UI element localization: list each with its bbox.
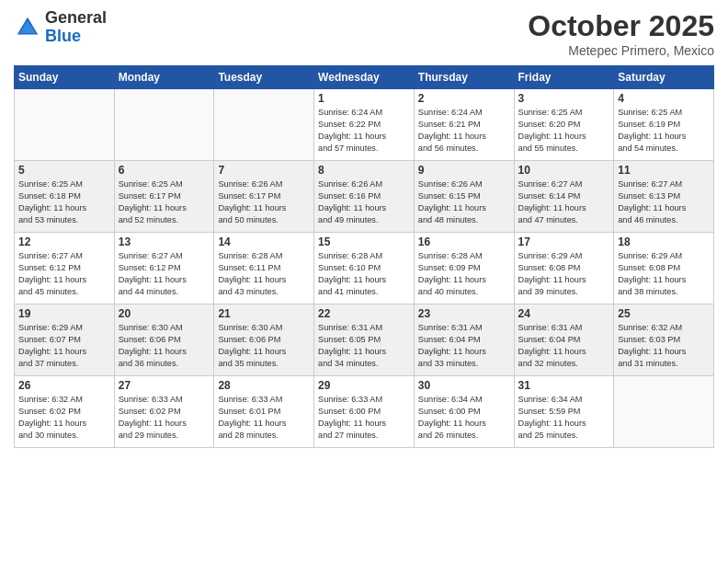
- logo: General Blue: [14, 9, 107, 46]
- day-info: Sunrise: 6:31 AM Sunset: 6:04 PM Dayligh…: [518, 322, 610, 370]
- day-number: 17: [518, 236, 610, 248]
- day-info: Sunrise: 6:31 AM Sunset: 6:04 PM Dayligh…: [418, 322, 510, 370]
- day-number: 19: [18, 307, 110, 320]
- day-number: 26: [18, 379, 110, 392]
- day-number: 2: [418, 92, 510, 105]
- table-row: 19Sunrise: 6:29 AM Sunset: 6:07 PM Dayli…: [15, 304, 115, 376]
- day-number: 1: [318, 92, 410, 105]
- table-row: 5Sunrise: 6:25 AM Sunset: 6:18 PM Daylig…: [15, 161, 115, 233]
- calendar-week-row: 19Sunrise: 6:29 AM Sunset: 6:07 PM Dayli…: [15, 304, 714, 376]
- day-info: Sunrise: 6:32 AM Sunset: 6:02 PM Dayligh…: [18, 394, 110, 442]
- day-number: 16: [418, 236, 510, 248]
- table-row: 25Sunrise: 6:32 AM Sunset: 6:03 PM Dayli…: [614, 304, 714, 376]
- table-row: 1Sunrise: 6:24 AM Sunset: 6:22 PM Daylig…: [314, 89, 415, 161]
- location: Metepec Primero, Mexico: [528, 43, 714, 58]
- day-number: 4: [618, 92, 710, 105]
- day-number: 14: [218, 236, 310, 248]
- calendar-table: Sunday Monday Tuesday Wednesday Thursday…: [14, 65, 714, 448]
- day-info: Sunrise: 6:30 AM Sunset: 6:06 PM Dayligh…: [218, 322, 310, 370]
- table-row: 4Sunrise: 6:25 AM Sunset: 6:19 PM Daylig…: [614, 89, 714, 161]
- day-info: Sunrise: 6:24 AM Sunset: 6:21 PM Dayligh…: [418, 107, 510, 155]
- table-row: 7Sunrise: 6:26 AM Sunset: 6:17 PM Daylig…: [214, 161, 314, 233]
- table-row: [214, 89, 314, 161]
- day-info: Sunrise: 6:27 AM Sunset: 6:12 PM Dayligh…: [119, 250, 210, 298]
- table-row: 8Sunrise: 6:26 AM Sunset: 6:16 PM Daylig…: [314, 161, 415, 233]
- table-row: 13Sunrise: 6:27 AM Sunset: 6:12 PM Dayli…: [114, 233, 214, 304]
- table-row: 24Sunrise: 6:31 AM Sunset: 6:04 PM Dayli…: [514, 304, 614, 376]
- day-number: 5: [18, 164, 110, 177]
- day-number: 25: [618, 307, 710, 320]
- day-info: Sunrise: 6:29 AM Sunset: 6:07 PM Dayligh…: [18, 322, 110, 370]
- col-sunday: Sunday: [15, 66, 115, 89]
- day-number: 18: [618, 236, 710, 248]
- table-row: 29Sunrise: 6:33 AM Sunset: 6:00 PM Dayli…: [314, 376, 415, 448]
- table-row: 3Sunrise: 6:25 AM Sunset: 6:20 PM Daylig…: [514, 89, 614, 161]
- table-row: 18Sunrise: 6:29 AM Sunset: 6:08 PM Dayli…: [614, 233, 714, 304]
- calendar-week-row: 26Sunrise: 6:32 AM Sunset: 6:02 PM Dayli…: [15, 376, 714, 448]
- day-number: 24: [518, 307, 610, 320]
- month-title: October 2025: [528, 9, 714, 43]
- logo-general-text: General: [45, 9, 107, 28]
- day-info: Sunrise: 6:26 AM Sunset: 6:16 PM Dayligh…: [318, 178, 410, 226]
- logo-text: General Blue: [45, 9, 107, 46]
- day-info: Sunrise: 6:33 AM Sunset: 6:01 PM Dayligh…: [218, 394, 310, 442]
- day-number: 27: [119, 379, 210, 392]
- table-row: [614, 376, 714, 448]
- day-info: Sunrise: 6:34 AM Sunset: 6:00 PM Dayligh…: [418, 394, 510, 442]
- page: General Blue October 2025 Metepec Primer…: [0, 0, 728, 563]
- calendar-week-row: 5Sunrise: 6:25 AM Sunset: 6:18 PM Daylig…: [15, 161, 714, 233]
- col-wednesday: Wednesday: [314, 66, 415, 89]
- day-number: 7: [218, 164, 310, 177]
- day-number: 20: [119, 307, 210, 320]
- table-row: 28Sunrise: 6:33 AM Sunset: 6:01 PM Dayli…: [214, 376, 314, 448]
- day-number: 6: [119, 164, 210, 177]
- calendar-week-row: 12Sunrise: 6:27 AM Sunset: 6:12 PM Dayli…: [15, 233, 714, 304]
- day-number: 10: [518, 164, 610, 177]
- day-number: 11: [618, 164, 710, 177]
- table-row: 30Sunrise: 6:34 AM Sunset: 6:00 PM Dayli…: [414, 376, 514, 448]
- table-row: 27Sunrise: 6:33 AM Sunset: 6:02 PM Dayli…: [114, 376, 214, 448]
- day-number: 29: [318, 379, 410, 392]
- day-info: Sunrise: 6:26 AM Sunset: 6:17 PM Dayligh…: [218, 178, 310, 226]
- table-row: 16Sunrise: 6:28 AM Sunset: 6:09 PM Dayli…: [414, 233, 514, 304]
- table-row: 6Sunrise: 6:25 AM Sunset: 6:17 PM Daylig…: [114, 161, 214, 233]
- day-info: Sunrise: 6:27 AM Sunset: 6:12 PM Dayligh…: [18, 250, 110, 298]
- table-row: 10Sunrise: 6:27 AM Sunset: 6:14 PM Dayli…: [514, 161, 614, 233]
- day-info: Sunrise: 6:30 AM Sunset: 6:06 PM Dayligh…: [119, 322, 210, 370]
- day-info: Sunrise: 6:27 AM Sunset: 6:14 PM Dayligh…: [518, 178, 610, 226]
- day-info: Sunrise: 6:25 AM Sunset: 6:20 PM Dayligh…: [518, 107, 610, 155]
- table-row: 17Sunrise: 6:29 AM Sunset: 6:08 PM Dayli…: [514, 233, 614, 304]
- day-number: 15: [318, 236, 410, 248]
- table-row: 11Sunrise: 6:27 AM Sunset: 6:13 PM Dayli…: [614, 161, 714, 233]
- day-info: Sunrise: 6:28 AM Sunset: 6:09 PM Dayligh…: [418, 250, 510, 298]
- logo-icon: [14, 14, 41, 41]
- day-number: 23: [418, 307, 510, 320]
- day-number: 3: [518, 92, 610, 105]
- day-info: Sunrise: 6:33 AM Sunset: 6:02 PM Dayligh…: [119, 394, 210, 442]
- day-info: Sunrise: 6:25 AM Sunset: 6:18 PM Dayligh…: [18, 178, 110, 226]
- day-info: Sunrise: 6:26 AM Sunset: 6:15 PM Dayligh…: [418, 178, 510, 226]
- table-row: 23Sunrise: 6:31 AM Sunset: 6:04 PM Dayli…: [414, 304, 514, 376]
- day-info: Sunrise: 6:29 AM Sunset: 6:08 PM Dayligh…: [518, 250, 610, 298]
- table-row: 26Sunrise: 6:32 AM Sunset: 6:02 PM Dayli…: [15, 376, 115, 448]
- col-monday: Monday: [114, 66, 214, 89]
- table-row: 22Sunrise: 6:31 AM Sunset: 6:05 PM Dayli…: [314, 304, 415, 376]
- col-tuesday: Tuesday: [214, 66, 314, 89]
- day-number: 13: [119, 236, 210, 248]
- table-row: 14Sunrise: 6:28 AM Sunset: 6:11 PM Dayli…: [214, 233, 314, 304]
- title-block: October 2025 Metepec Primero, Mexico: [528, 9, 714, 58]
- day-info: Sunrise: 6:28 AM Sunset: 6:11 PM Dayligh…: [218, 250, 310, 298]
- table-row: 21Sunrise: 6:30 AM Sunset: 6:06 PM Dayli…: [214, 304, 314, 376]
- table-row: [114, 89, 214, 161]
- day-number: 22: [318, 307, 410, 320]
- day-info: Sunrise: 6:32 AM Sunset: 6:03 PM Dayligh…: [618, 322, 710, 370]
- day-info: Sunrise: 6:29 AM Sunset: 6:08 PM Dayligh…: [618, 250, 710, 298]
- day-info: Sunrise: 6:34 AM Sunset: 5:59 PM Dayligh…: [518, 394, 610, 442]
- col-thursday: Thursday: [414, 66, 514, 89]
- table-row: 31Sunrise: 6:34 AM Sunset: 5:59 PM Dayli…: [514, 376, 614, 448]
- day-info: Sunrise: 6:24 AM Sunset: 6:22 PM Dayligh…: [318, 107, 410, 155]
- header: General Blue October 2025 Metepec Primer…: [14, 9, 714, 58]
- day-info: Sunrise: 6:27 AM Sunset: 6:13 PM Dayligh…: [618, 178, 710, 226]
- logo-blue-text: Blue: [45, 28, 107, 46]
- day-info: Sunrise: 6:33 AM Sunset: 6:00 PM Dayligh…: [318, 394, 410, 442]
